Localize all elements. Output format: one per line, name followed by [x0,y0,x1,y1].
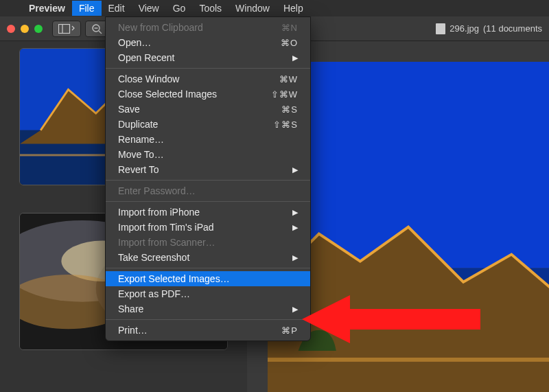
window-title: 296.jpg (11 documents [436,23,542,34]
menu-item-label: Close Window [118,73,279,84]
submenu-arrow-icon: ▶ [292,54,298,62]
menu-item-label: Take Screenshot [118,252,292,263]
menu-item-enter-password: Enter Password… [106,183,310,198]
menu-item-export-as-pdf[interactable]: Export as PDF… [106,286,310,301]
menu-item-label: Open Recent [118,52,292,63]
menu-item-import-from-iphone[interactable]: Import from iPhone▶ [106,205,310,220]
sidebar-view-button[interactable] [52,21,81,37]
menu-item-label: Enter Password… [118,185,298,196]
menu-item-print[interactable]: Print…⌘P [106,323,310,338]
zoom-icon[interactable] [34,25,43,33]
menu-item-label: Import from Scanner… [118,237,298,248]
menu-separator [106,268,310,268]
menu-item-shortcut: ⌘S [281,104,298,115]
menu-item-label: Close Selected Images [118,89,271,100]
menu-window[interactable]: Window [229,1,277,16]
menu-item-move-to[interactable]: Move To… [106,147,310,162]
menu-item-open-recent[interactable]: Open Recent▶ [106,50,310,65]
menu-view[interactable]: View [132,1,166,16]
menu-item-import-from-tim-s-ipad[interactable]: Import from Tim's iPad▶ [106,220,310,235]
menu-item-label: Move To… [118,149,298,160]
menu-help[interactable]: Help [277,1,310,16]
menu-item-revert-to[interactable]: Revert To▶ [106,162,310,177]
menu-item-label: Share [118,303,292,314]
menu-separator [106,68,310,69]
submenu-arrow-icon: ▶ [292,165,298,174]
annotation-arrow [302,295,480,343]
menu-item-take-screenshot[interactable]: Take Screenshot▶ [106,250,310,265]
menu-item-close-window[interactable]: Close Window⌘W [106,71,310,87]
menu-item-shortcut: ⇧⌘W [271,89,298,100]
menu-file[interactable]: File [72,1,102,16]
menu-item-label: Import from Tim's iPad [118,222,292,233]
sidebar-view-icon [58,24,75,34]
menu-item-label: Open… [118,37,281,48]
submenu-arrow-icon: ▶ [292,223,298,232]
submenu-arrow-icon: ▶ [292,208,298,217]
zoom-out-icon [91,23,102,34]
file-menu-dropdown: New from Clipboard⌘NOpen…⌘OOpen Recent▶C… [105,16,311,341]
menu-item-label: Export Selected Images… [118,273,298,284]
menu-go[interactable]: Go [166,1,193,16]
menubar: Preview File Edit View Go Tools Window H… [0,0,549,16]
submenu-arrow-icon: ▶ [292,253,298,262]
menu-separator [106,180,310,181]
svg-rect-0 [59,24,70,33]
menu-item-label: Revert To [118,164,292,175]
document-icon [436,23,445,34]
menu-item-label: Save [118,104,281,115]
svg-rect-19 [268,358,549,362]
svg-line-3 [99,31,102,34]
menu-item-share[interactable]: Share▶ [106,301,310,316]
menu-item-shortcut: ⌘O [281,38,298,48]
menu-separator [106,201,310,202]
menu-item-label: New from Clipboard [118,22,281,33]
menu-item-label: Print… [118,325,281,336]
menu-item-export-selected-images[interactable]: Export Selected Images… [106,271,310,286]
menu-item-shortcut: ⌘P [281,325,298,336]
menu-item-shortcut: ⌘W [279,74,298,84]
menu-item-close-selected-images[interactable]: Close Selected Images⇧⌘W [106,87,310,102]
menu-separator [106,319,310,320]
menu-item-label: Duplicate [118,119,273,130]
menu-item-save[interactable]: Save⌘S [106,102,310,117]
menu-item-label: Rename… [118,134,298,145]
menu-item-duplicate[interactable]: Duplicate⇧⌘S [106,117,310,132]
window-title-filename: 296.jpg [449,23,479,34]
menu-item-import-from-scanner: Import from Scanner… [106,235,310,250]
menu-item-shortcut: ⌘N [281,23,298,33]
menu-item-rename[interactable]: Rename… [106,132,310,147]
menu-edit[interactable]: Edit [102,1,132,16]
menu-item-new-from-clipboard: New from Clipboard⌘N [106,20,310,35]
window-title-suffix: (11 documents [483,23,542,34]
traffic-lights [7,25,43,33]
minimize-icon[interactable] [21,25,29,33]
app-name[interactable]: Preview [22,1,72,16]
menu-tools[interactable]: Tools [192,1,229,16]
menu-item-open[interactable]: Open…⌘O [106,35,310,50]
menu-item-label: Import from iPhone [118,207,292,218]
close-icon[interactable] [7,25,15,33]
menu-item-shortcut: ⇧⌘S [273,119,298,130]
submenu-arrow-icon: ▶ [292,305,298,314]
menu-item-label: Export as PDF… [118,288,298,299]
